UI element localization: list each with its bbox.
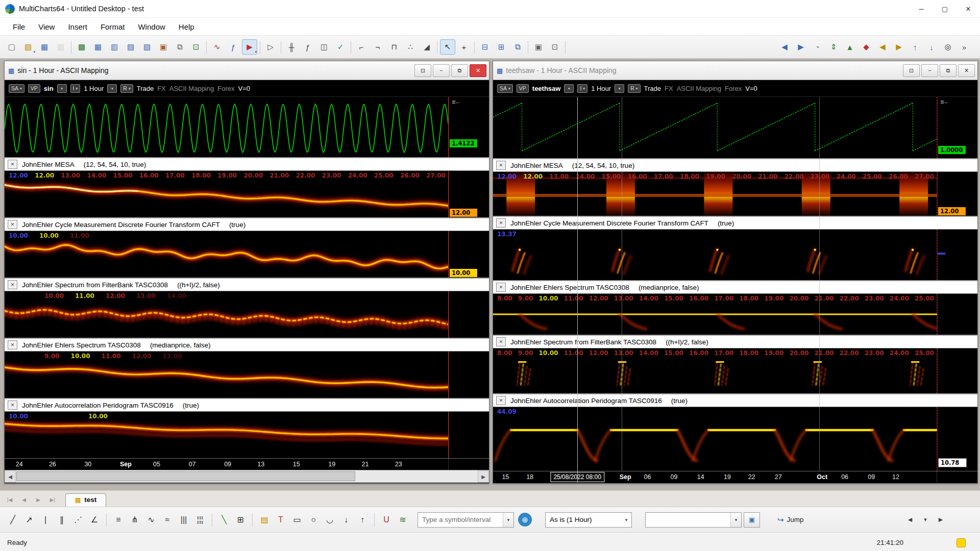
study-1-plot[interactable]: 12.0012.0013.0014.0015.0016.0017.0018.00… [493,172,937,216]
tab-nav-last-button[interactable]: ▶| [46,493,59,506]
expand-vertical-icon[interactable]: ⇕ [826,39,841,55]
replay-step-forward-icon[interactable]: ▶ [793,39,808,55]
menu-file[interactable]: File [6,18,32,35]
time-axis[interactable]: 242630Sep0507091315192123 [5,458,489,470]
window-menu-window-button[interactable]: ⊡ [414,64,431,77]
horizontal-lines-icon[interactable]: ≡ [111,512,126,528]
fib-retracement-icon[interactable]: ||| [176,512,191,528]
menu-help[interactable]: Help [172,18,201,35]
crosshair-cursor-icon[interactable]: + [456,39,472,55]
new-chart-window-icon[interactable]: ▩ [74,39,89,55]
toolbar-overflow-icon[interactable]: » [957,39,972,55]
status-field-5[interactable]: 1 Hour [84,85,104,92]
exchange-globe-button[interactable]: ⊕ [518,513,532,527]
status-i-button[interactable]: I▾ [70,84,81,93]
new-dom-window-icon[interactable]: ▥ [107,39,122,55]
zigzag-icon[interactable]: ≈ [160,512,175,528]
format-studies-icon[interactable]: ƒ [300,39,315,55]
arrow-up-icon[interactable]: ↑ [355,512,370,528]
plot-style-area-icon[interactable]: ◢ [419,39,434,55]
app-maximize-button[interactable]: ▢ [933,0,957,17]
close-window-button[interactable]: ✕ [470,64,486,77]
study-5-price-scale[interactable] [449,412,489,458]
status-sa-button[interactable]: SA▾ [497,84,513,93]
pitchfork-icon[interactable]: ⋔ [127,512,142,528]
status-field-12[interactable]: V=0 [238,85,250,92]
study-3-price-scale[interactable] [449,291,489,338]
pointer-cursor-icon[interactable]: ↖ [440,39,455,55]
paint-brush-icon[interactable]: ≋ [395,512,410,528]
chart-scrollbar[interactable]: ◀▶ [5,470,489,483]
cascade-windows-icon[interactable]: ⧉ [510,39,525,55]
symbol-input[interactable] [418,513,503,527]
data-playback-icon[interactable]: ▷ [263,39,278,55]
close-study-icon[interactable]: ✕ [8,160,17,169]
monitor-view-icon[interactable]: ⊡ [547,39,562,55]
plot-style-dot-icon[interactable]: ∴ [403,39,418,55]
menu-view[interactable]: View [32,18,61,35]
open-workspace-icon[interactable]: ▧▾ [20,39,36,55]
goto-combo-dropdown[interactable]: ▾ [730,513,741,527]
price-panel-plot[interactable] [493,97,937,158]
restore-window-button[interactable]: ⧉ [451,64,468,77]
apply-changes-icon[interactable]: ✓ [333,39,348,55]
study-5-plot[interactable]: 44.09 [493,407,937,471]
step-options-button[interactable]: ▾ [919,513,932,527]
window-select-button[interactable]: ▣ [744,512,760,528]
restore-layout-icon[interactable]: ▣ [531,39,546,55]
study-2-plot[interactable]: 13.37 [493,230,937,280]
trendline-icon[interactable]: ╱ [5,512,20,528]
show-volume-icon[interactable]: ◫ [316,39,332,55]
plot-style-step-icon[interactable]: ¬ [370,39,385,55]
new-quote-window-icon[interactable]: ▧ [139,39,155,55]
study-3-plot[interactable]: 8.009.0010.0011.0012.0013.0014.0015.0016… [493,294,937,335]
new-time-sales-window-icon[interactable]: ▨ [123,39,138,55]
save-image-icon[interactable]: ⊡ [188,39,204,55]
print-icon[interactable]: ▥ [53,39,68,55]
jump-button[interactable]: ↪ Jump [772,513,809,527]
angle-icon[interactable]: ∠ [87,512,102,528]
menu-insert[interactable]: Insert [61,18,94,35]
close-window-button[interactable]: ✕ [958,64,975,77]
ellipse-icon[interactable]: ○ [306,512,321,528]
study-4-price-scale[interactable] [449,352,489,398]
text-tool-icon[interactable]: T [273,512,288,528]
goto-input[interactable] [646,513,730,527]
replay-speed-icon[interactable]: ◔ [810,39,825,55]
status-vp-button[interactable]: VP [517,84,529,93]
status-dropdown-button[interactable]: ▾ [107,84,117,93]
tab-nav-next-button[interactable]: ▶ [32,493,45,506]
scroll-right-arrow[interactable]: ▶ [478,470,489,483]
study-4-price-scale[interactable] [937,348,977,393]
resolution-select[interactable]: As is (1 Hour) ▾ [545,512,632,528]
tile-vertical-icon[interactable]: ⊞ [494,39,509,55]
grid-icon[interactable]: ⊞ [233,512,248,528]
price-panel-price-scale[interactable]: ≣←1.4122 [449,97,489,157]
plot-style-line-icon[interactable]: ⌐ [354,39,369,55]
plot-style-histogram-icon[interactable]: ⊓ [386,39,402,55]
tab-nav-previous-button[interactable]: ◀ [17,493,31,506]
copy-window-icon[interactable]: ⧉ [172,39,187,55]
status-field-2[interactable]: sin [44,85,54,92]
window-menu-window-button[interactable]: ⊡ [903,64,920,77]
save-desktop-icon[interactable]: ▦ [37,39,52,55]
symbol-combo-dropdown[interactable]: ▾ [503,513,513,527]
status-dropdown-button[interactable]: ▾ [615,84,624,93]
study-1-price-scale[interactable]: 12.00 [449,171,489,217]
study-5-price-scale[interactable]: 10.78 [937,407,977,471]
magnet-icon[interactable]: U [379,512,394,528]
collapse-panes-icon[interactable]: ▲ [842,39,857,55]
study-1-plot[interactable]: 12.0012.0013.0014.0015.0016.0017.0018.00… [5,171,449,217]
insert-study-icon[interactable]: ∿ [209,39,225,55]
close-study-icon[interactable]: ✕ [496,218,506,228]
status-i-button[interactable]: I▾ [577,84,587,93]
status-vp-button[interactable]: VP [28,84,40,93]
study-3-price-scale[interactable] [937,294,977,335]
close-study-icon[interactable]: ✕ [8,220,17,229]
minimize-window-button[interactable]: − [921,64,938,77]
restore-window-button[interactable]: ⧉ [940,64,957,77]
close-study-icon[interactable]: ✕ [8,400,17,410]
collapse-scale-icon[interactable]: ≣← [940,99,948,105]
window-titlebar[interactable]: ▩sin - 1 Hour - ASCII Mapping⊡−⧉✕ [5,61,489,80]
fib-time-zones-icon[interactable]: ¦¦¦ [192,512,208,528]
